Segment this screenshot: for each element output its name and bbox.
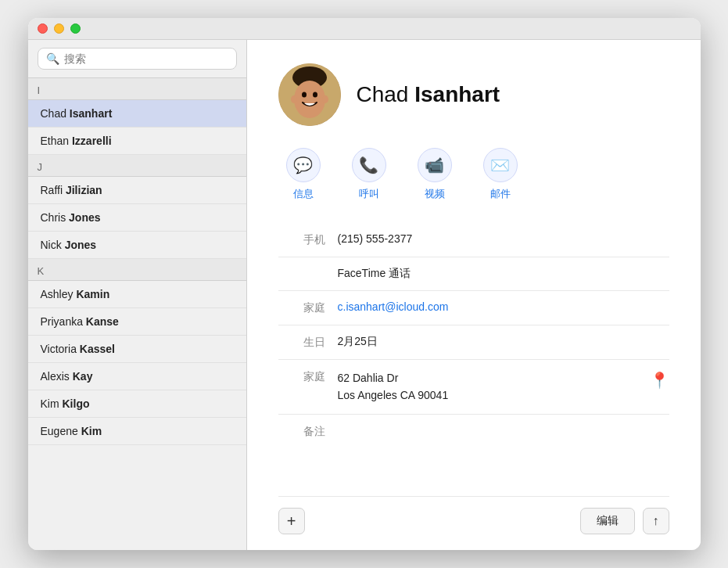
detail-panel: Chad Isanhart 💬信息📞呼叫📹视频✉️邮件 手机(215) 555-… bbox=[247, 40, 701, 550]
call-icon: 📞 bbox=[352, 148, 386, 182]
contact-last: Kim bbox=[81, 425, 102, 437]
note-row: 备注 bbox=[278, 415, 669, 448]
contact-last: Jones bbox=[65, 239, 96, 251]
svg-point-3 bbox=[302, 92, 307, 98]
contact-first: Ashley bbox=[41, 288, 77, 300]
contacts-window: 🔍 IChad IsanhartEthan IzzarelliJRaffi Ji… bbox=[28, 18, 701, 550]
contact-item[interactable]: Alexis Kay bbox=[28, 363, 246, 390]
field-label-phone: 手机 bbox=[278, 232, 325, 247]
contact-item[interactable]: Victoria Kassel bbox=[28, 336, 246, 363]
contact-last: Isanhart bbox=[70, 107, 112, 120]
contact-first: Nick bbox=[41, 239, 65, 251]
contact-first: Chris bbox=[41, 211, 70, 224]
contact-last: Jilizian bbox=[66, 184, 102, 196]
svg-point-5 bbox=[291, 95, 297, 103]
edit-button[interactable]: 编辑 bbox=[580, 508, 635, 534]
minimize-button[interactable] bbox=[54, 23, 64, 34]
contact-first-name: Chad bbox=[357, 82, 415, 106]
contact-item[interactable]: Ashley Kamin bbox=[28, 281, 246, 308]
contact-last: Kassel bbox=[80, 343, 115, 355]
titlebar bbox=[28, 18, 701, 40]
contact-last: Jones bbox=[69, 211, 100, 224]
action-btn-label-message: 信息 bbox=[293, 187, 314, 201]
svg-point-2 bbox=[294, 81, 325, 118]
field-label-birthday: 生日 bbox=[278, 335, 325, 350]
action-btn-label-video: 视频 bbox=[425, 187, 445, 201]
address-row: 家庭62 Dahlia DrLos Angeles CA 90041📍 bbox=[278, 360, 669, 415]
contact-name: Chad Isanhart bbox=[357, 82, 500, 107]
info-row-birthday: 生日2月25日 bbox=[278, 325, 669, 360]
address-label: 家庭 bbox=[278, 369, 325, 384]
action-btn-video[interactable]: 📹视频 bbox=[418, 148, 452, 201]
info-row-email: 家庭c.isanhart@icloud.com bbox=[278, 291, 669, 325]
contact-last: Kamin bbox=[76, 288, 109, 300]
search-wrapper: 🔍 bbox=[38, 48, 237, 70]
contact-first: Victoria bbox=[41, 343, 80, 355]
contact-item[interactable]: Eugene Kim bbox=[28, 418, 246, 445]
add-button[interactable]: + bbox=[278, 508, 305, 534]
field-label-email: 家庭 bbox=[278, 300, 325, 315]
contact-item[interactable]: Nick Jones bbox=[28, 232, 246, 259]
contact-last: Kanse bbox=[86, 315, 119, 328]
section-header-k: K bbox=[28, 259, 246, 281]
contact-item[interactable]: Chris Jones bbox=[28, 204, 246, 232]
contact-first: Raffi bbox=[41, 184, 66, 196]
contact-last-name: Isanhart bbox=[414, 82, 500, 106]
svg-point-4 bbox=[313, 92, 317, 98]
share-button[interactable]: ↑ bbox=[643, 508, 669, 534]
avatar-image bbox=[278, 63, 341, 126]
search-bar: 🔍 bbox=[28, 40, 246, 78]
contact-last: Kay bbox=[73, 370, 93, 383]
action-btn-mail[interactable]: ✉️邮件 bbox=[483, 148, 518, 201]
contact-item[interactable]: Chad Isanhart bbox=[28, 100, 246, 128]
field-value-facetime[interactable]: FaceTime 通话 bbox=[338, 267, 669, 281]
contacts-list: IChad IsanhartEthan IzzarelliJRaffi Jili… bbox=[28, 78, 246, 550]
field-value-email[interactable]: c.isanhart@icloud.com bbox=[338, 300, 669, 313]
toolbar-right: 编辑 ↑ bbox=[580, 508, 669, 534]
sidebar: 🔍 IChad IsanhartEthan IzzarelliJRaffi Ji… bbox=[28, 40, 247, 550]
bottom-toolbar: + 编辑 ↑ bbox=[278, 496, 669, 534]
contact-first: Priyanka bbox=[41, 315, 86, 328]
map-pin-icon[interactable]: 📍 bbox=[650, 371, 669, 390]
contact-item[interactable]: Priyanka Kanse bbox=[28, 308, 246, 336]
contact-last: Izzarelli bbox=[72, 135, 112, 147]
info-row-facetime: FaceTime 通话 bbox=[278, 257, 669, 291]
action-btn-label-call: 呼叫 bbox=[359, 187, 379, 201]
action-buttons: 💬信息📞呼叫📹视频✉️邮件 bbox=[278, 148, 669, 201]
message-icon: 💬 bbox=[286, 148, 321, 182]
field-label-facetime bbox=[278, 267, 325, 268]
mail-icon: ✉️ bbox=[483, 148, 518, 182]
contact-first: Eugene bbox=[41, 425, 81, 437]
contact-first: Alexis bbox=[41, 370, 73, 383]
contact-first: Ethan bbox=[41, 135, 72, 147]
info-row-phone: 手机(215) 555-2377 bbox=[278, 223, 669, 257]
main-content: 🔍 IChad IsanhartEthan IzzarelliJRaffi Ji… bbox=[28, 40, 701, 550]
close-button[interactable] bbox=[38, 23, 48, 34]
address-value: 62 Dahlia DrLos Angeles CA 90041 bbox=[338, 369, 644, 404]
contact-item[interactable]: Ethan Izzarelli bbox=[28, 128, 246, 155]
contact-first: Kim bbox=[41, 397, 63, 410]
contact-header: Chad Isanhart bbox=[278, 63, 669, 126]
info-fields: 手机(215) 555-2377FaceTime 通话家庭c.isanhart@… bbox=[278, 223, 669, 415]
field-value-birthday: 2月25日 bbox=[338, 335, 669, 349]
contact-first: Chad bbox=[41, 107, 70, 120]
section-header-i: I bbox=[28, 78, 246, 100]
svg-point-6 bbox=[322, 95, 328, 103]
field-value-phone[interactable]: (215) 555-2377 bbox=[338, 232, 669, 245]
contact-last: Kilgo bbox=[63, 397, 90, 410]
note-label: 备注 bbox=[278, 424, 325, 439]
action-btn-label-mail: 邮件 bbox=[490, 187, 511, 201]
section-header-j: J bbox=[28, 155, 246, 177]
action-btn-message[interactable]: 💬信息 bbox=[286, 148, 321, 201]
search-input[interactable] bbox=[64, 52, 228, 65]
avatar bbox=[278, 63, 341, 126]
video-icon: 📹 bbox=[418, 148, 452, 182]
action-btn-call[interactable]: 📞呼叫 bbox=[352, 148, 386, 201]
search-icon: 🔍 bbox=[46, 52, 59, 65]
maximize-button[interactable] bbox=[70, 23, 81, 34]
contact-item[interactable]: Kim Kilgo bbox=[28, 390, 246, 418]
contact-item[interactable]: Raffi Jilizian bbox=[28, 177, 246, 204]
